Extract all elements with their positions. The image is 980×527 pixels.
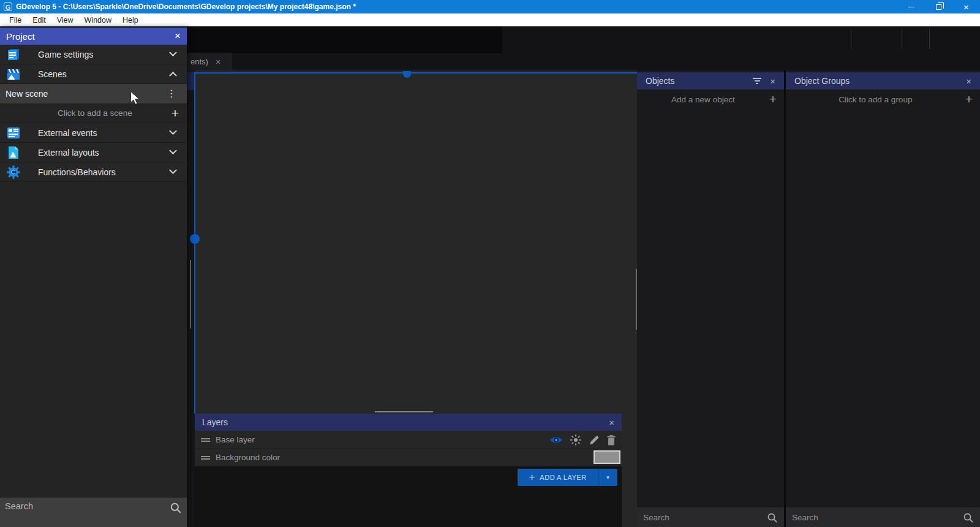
drag-handle-icon[interactable] xyxy=(201,437,210,443)
restore-button[interactable] xyxy=(925,0,952,13)
objects-search-input[interactable] xyxy=(643,513,767,522)
objects-panel-header: Objects × xyxy=(637,72,784,89)
menu-window[interactable]: Window xyxy=(79,15,117,26)
delete-trash-icon[interactable] xyxy=(606,434,616,445)
search-icon xyxy=(170,502,182,514)
groups-search-bar xyxy=(786,507,980,527)
edit-pencil-icon[interactable] xyxy=(589,434,600,445)
project-item-game-settings[interactable]: Game settings xyxy=(0,45,187,64)
close-button[interactable]: × xyxy=(952,0,980,13)
minimize-button[interactable] xyxy=(897,0,925,13)
menu-edit[interactable]: Edit xyxy=(27,15,51,26)
title-bar: G GDevelop 5 - C:\Users\Sparkle\OneDrive… xyxy=(0,0,980,13)
layer-row-base[interactable]: Base layer xyxy=(195,431,622,449)
chevron-up-icon xyxy=(169,72,177,80)
search-icon xyxy=(963,512,974,523)
mouse-cursor xyxy=(130,91,141,107)
chevron-down-icon xyxy=(169,48,177,56)
external-layouts-icon xyxy=(6,145,21,160)
toolbar-separator xyxy=(851,29,851,49)
tab-close-icon[interactable]: × xyxy=(216,57,221,67)
add-scene-row[interactable]: Click to add a scene + xyxy=(0,104,187,123)
plus-icon[interactable]: + xyxy=(965,92,973,107)
functions-behaviors-icon xyxy=(6,165,21,180)
layer-row-background-color[interactable]: Background color xyxy=(195,449,622,466)
project-panel-title: Project xyxy=(6,31,35,42)
scrollbar-vertical-left[interactable] xyxy=(190,260,191,328)
project-item-label: Game settings xyxy=(38,50,93,59)
object-groups-title: Object Groups xyxy=(794,76,850,86)
groups-search-input[interactable] xyxy=(792,513,963,522)
layer-actions xyxy=(549,431,616,449)
chevron-down-icon xyxy=(169,146,177,154)
filter-icon[interactable] xyxy=(753,78,761,84)
game-settings-icon xyxy=(6,47,21,62)
layers-close-icon[interactable]: × xyxy=(609,417,614,428)
window-title: GDevelop 5 - C:\Users\Sparkle\OneDrive\D… xyxy=(16,2,356,11)
add-layer-dropdown[interactable]: ▼ xyxy=(598,469,617,486)
add-group-row[interactable]: Click to add a group + xyxy=(786,89,980,109)
layers-panel-title: Layers xyxy=(202,417,228,427)
project-item-label: External layouts xyxy=(38,148,99,157)
add-new-object-label: Add a new object xyxy=(637,95,769,104)
objects-search-bar xyxy=(637,507,784,527)
project-item-external-events[interactable]: External events xyxy=(0,123,187,143)
project-search-input[interactable] xyxy=(5,501,170,511)
effects-icon[interactable] xyxy=(570,434,582,446)
plus-icon[interactable]: + xyxy=(172,106,179,121)
app-icon: G xyxy=(4,2,12,11)
add-group-label: Click to add a group xyxy=(786,95,965,104)
project-item-external-layouts[interactable]: External layouts xyxy=(0,143,187,162)
project-close-icon[interactable]: × xyxy=(175,30,181,42)
layers-panel: Layers × Base layer xyxy=(195,414,622,527)
minimize-icon xyxy=(908,7,914,7)
chevron-down-icon xyxy=(169,166,177,174)
chevron-down-icon xyxy=(169,127,177,135)
objects-close-icon[interactable]: × xyxy=(770,76,775,86)
add-layer-main[interactable]: + ADD A LAYER xyxy=(518,471,598,483)
scene-name: New scene xyxy=(6,89,48,99)
add-layer-label: ADD A LAYER xyxy=(540,474,586,481)
object-groups-panel: Object Groups × Click to add a group + xyxy=(786,70,980,527)
project-item-scenes[interactable]: Scenes xyxy=(0,64,187,84)
project-item-label: Functions/Behaviors xyxy=(38,167,116,177)
project-search-bar xyxy=(0,498,187,527)
chevron-down-icon: ▼ xyxy=(606,475,611,480)
scene-list-item-new-scene[interactable]: New scene ⋮ xyxy=(0,84,187,104)
menu-bar: File Edit View Window Help xyxy=(0,13,980,26)
object-groups-close-icon[interactable]: × xyxy=(966,76,971,86)
plus-icon: + xyxy=(529,471,535,483)
visibility-eye-icon[interactable] xyxy=(549,435,563,445)
objects-panel: Objects × Add a new object + xyxy=(637,70,784,527)
menu-view[interactable]: View xyxy=(51,15,79,26)
project-item-functions-behaviors[interactable]: Functions/Behaviors xyxy=(0,162,187,182)
project-item-label: Scenes xyxy=(38,69,67,79)
selection-handle-left[interactable] xyxy=(190,234,200,244)
plus-icon[interactable]: + xyxy=(769,92,777,107)
object-groups-header: Object Groups × xyxy=(786,72,980,89)
menu-help[interactable]: Help xyxy=(117,15,144,26)
toolbar-separator xyxy=(929,29,930,49)
scenes-icon xyxy=(6,67,21,82)
events-sheet-background xyxy=(187,26,502,53)
add-layer-button[interactable]: + ADD A LAYER ▼ xyxy=(518,469,617,486)
project-panel: Project × Game settings Sc xyxy=(0,28,187,527)
layer-label: Background color xyxy=(216,453,280,462)
drag-handle-icon[interactable] xyxy=(201,455,210,461)
tab-scene-events[interactable]: ents) × xyxy=(187,53,232,70)
add-new-object-row[interactable]: Add a new object + xyxy=(637,89,784,109)
layer-label: Base layer xyxy=(216,435,255,444)
selection-top-edge xyxy=(195,72,637,74)
restore-icon xyxy=(936,4,941,10)
tab-label: ents) xyxy=(190,57,208,66)
background-color-swatch[interactable] xyxy=(594,450,620,464)
objects-panel-title: Objects xyxy=(646,76,674,86)
toolbar-separator xyxy=(902,29,902,49)
add-scene-label: Click to add a scene xyxy=(0,108,172,118)
window-controls: × xyxy=(897,0,980,13)
gdevelop-window: G GDevelop 5 - C:\Users\Sparkle\OneDrive… xyxy=(0,0,980,527)
layers-panel-header: Layers × xyxy=(195,414,622,431)
scrollbar-horizontal[interactable] xyxy=(375,411,433,412)
kebab-menu-icon[interactable]: ⋮ xyxy=(167,89,176,99)
menu-file[interactable]: File xyxy=(4,15,27,26)
